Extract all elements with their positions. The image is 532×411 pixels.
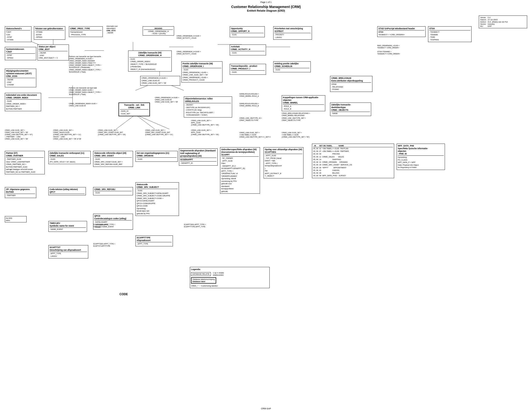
crm-jest-title: Status per objectCRM_JEST	[39, 46, 68, 51]
crmd-orderadm-h-mid-fields: CRMD_ORDERADM_H-GUID = CRMD_LINK-GUID-HI…	[142, 77, 179, 85]
crmd-orderadm-index-note: CRMD_ORDERADM_INDEX-GUID = CRMD_LINK-GUI…	[69, 103, 117, 107]
crmd-opport-fields: - GUID	[231, 34, 264, 36]
crmd-binrel-box: Koppelingen tussen CRM-applicatie-object…	[282, 95, 325, 111]
crmd-brelvonae-box: CRMD_BRELVONAEExtra attributen objectkop…	[330, 76, 372, 92]
scappt-title: Gebruikersspecifieke afspraken (30)(Gecu…	[221, 148, 259, 157]
crmd-opport-h-box: OpportunityCRMD_OPPORT_H - GUID	[230, 26, 265, 37]
crmd-schedlin-title: Indeling positie zakelijkeCRMD_SCHEDLIN	[275, 62, 310, 68]
crmd-link-guid-30-note: CRMD_LINK-GUID_SET = APPL_GUID (CRMD_LIN…	[191, 129, 237, 136]
scpriot-box: Prioriteiten met omschrijvingSCPRIOT - P…	[273, 26, 312, 40]
crm-jsto-note: Informatie over statusobject CRM_JSTO - …	[106, 25, 138, 34]
partners-transactie-note: Partners van transactie van type transac…	[69, 55, 122, 73]
scapttxt-fields: - APPT_TYPE - LANGU	[50, 252, 87, 257]
diagram-container: Versie: Datum: Auteur: Sector: BU: 0.4 2…	[0, 13, 532, 405]
svg-line-12	[135, 115, 169, 129]
crm-jcds-fields: - OBJNR - STAT - CHGNR	[6, 79, 35, 86]
main-title: Customer Relationship Management (CRM)	[0, 5, 532, 9]
timecuev-conn-note: SCAPPTSEG-APPT_TYPE = TIMECUEV-NAME_EVEN…	[93, 223, 135, 228]
crmd-orderadm-h-mid-box: CRMD_ORDERADM_H-GUID = CRMD_LINK-GUID-HI…	[140, 76, 180, 86]
legend-db-relation: DATABASE RELATIE	[191, 272, 211, 276]
legend-crmc-note: CRMC_* → Customizing tabellen	[191, 285, 268, 287]
wff-data-phi0-fields: Opmerking: PH_CLASS WFF_DATA_P = WFF Dat…	[398, 156, 444, 169]
large-table-box: _HI SET DE-TABEL NAME 05, 06 02 <DB-TABE…	[312, 144, 394, 178]
crmd-link-guid-07-note: CRMD_LINK-GUID_SET = CRMD_LINK-GUID_SET …	[5, 129, 50, 140]
qpcd-title: QPCDControlecatalogus codes (uitleg)	[94, 215, 132, 221]
crmd-srv-osset-box: Statuscode referentie-object (29)CRMD_SR…	[93, 151, 133, 167]
crmd-order-index-fields: - GUID CRMD_ORDER_INDEX- PARTNER_NO = BU…	[6, 100, 40, 110]
crmd-srv-refobj-title: CRMD_SRV_REFOBJ	[94, 188, 132, 191]
systeemstatussen-title: SysteemstatussenTJ02T	[6, 48, 35, 54]
statusschemas-box: Statusschemá's TJ30T TJ20 - ISTAT - STSM…	[5, 26, 31, 42]
crmd-link-guid-set-bottom2: CRMD_LINK-GUID_SET = <<DB-TABEL>>-GUID (…	[282, 131, 329, 138]
crmd-link-guid-11-note: CRMD_LINK-GUID_SET = CRMD_SALES-GUID (CR…	[53, 129, 98, 140]
wff-data-phi0-box: WFF_DATA_PH0Specifieke fysische informat…	[397, 144, 445, 170]
page-footer: CRM-SAP	[0, 407, 532, 410]
crmd-link-guid-set-bottom1: CRMD_LINK-GUID_SET = <<DB-TABEL>>-GUID C…	[239, 131, 284, 138]
crmd-orderadm-activity-note2: CRMD_ORDERADM_H-GUID = CRMD_ACTIVITY_I-G…	[177, 51, 221, 55]
sub-title: Entiteit Relatie Diagram (ERD)	[0, 9, 532, 12]
partners-taak-note: Partners van transactie van type taak CR…	[69, 87, 117, 95]
crmc-proc-type-box: CRMC_PROC_TYPE Transactiesoort - PROCESS…	[69, 26, 103, 37]
zie-erd-adres-note: Zie ERD adres	[5, 216, 27, 223]
crmd-partner-box: Partner (07)CRMD_PARTNER - PARTNER_GUID …	[5, 151, 45, 174]
crmd-orgman-fields: - GUID	[137, 158, 177, 161]
scapttxt-box: SCAPTTXTOmschrijving van afspraaksoort -…	[48, 245, 88, 258]
crmd-brelvonae-fields: VONA - RELATIONID - POSNO	[331, 83, 371, 91]
systeemstatussen-box: SysteemstatussenTJ02T - ISTAT - SPRAS	[5, 47, 36, 60]
bu-label: BU:	[480, 25, 486, 27]
bu-val: ERP	[488, 25, 508, 27]
scpriot-fields: - PRIORITY - LANGU	[275, 34, 311, 39]
stxd-fields: STXH TDOBIECT = <CRM_ORDERH>	[379, 31, 424, 36]
crmd-orderadm-h-box: Zakelijke transactie (05)CRMD_ORDERADM_H…	[128, 51, 172, 72]
crmd-srv-refobj-fields: - GUID	[94, 192, 132, 194]
crmd-opport-title: OpportunityCRMD_OPPORT_H	[231, 27, 264, 33]
scappttype-box: SCAPPTTYPEAfspraaksoort - APPT_TYPE	[135, 235, 173, 246]
sector-label: Sector:	[480, 23, 486, 25]
but000-title: ZP: Algemene gegevensBUT000	[6, 188, 35, 194]
crmd-srv-subject-fields: - GUID CRMD_SRV_SUBJECT-KATALOGART CRMD_…	[137, 189, 178, 215]
timecuev-fields: - NAME_EVENT	[50, 228, 86, 231]
scgenappt-title: Gegenereerde afspraken (Standaard SAP re…	[180, 149, 216, 158]
crmd-order-index-title: Indextabel one-order-documentCRMD_ORDER_…	[6, 94, 40, 100]
crmd-orderadm-i-fields: - GUID CRMD_ORDERADM_I-GUID = CRMD_LINK_…	[183, 69, 221, 82]
crm-jcds-title: Wijzigingsdocumenten systeem-statussen (…	[6, 70, 35, 78]
crmd-link-fields: - GUID_HI - GUID_SET	[120, 110, 149, 115]
stxh-box: STXH - TDOBIECT - TDNAME - TDIID - TDSPR…	[428, 26, 472, 42]
crmd-partner-fields: - PARTNER_GUID View: CRMV_LINKPARTNER CR…	[6, 158, 44, 173]
datum-label: Datum:	[480, 19, 486, 21]
qpct-title: Code-teksten (uitleg teksten)QPCT	[50, 188, 85, 194]
timecuev-box: TIMECUEVSymbolic name for event - NAME_E…	[48, 221, 87, 232]
scaptseg-title: Opslag voor afstandige afspraken (30)SCA…	[265, 148, 302, 154]
stxh-fields: - TDOBIECT - TDNAME - TDIID - TDSPRAS	[429, 31, 470, 41]
qpct-box: Code-teksten (uitleg teksten)QPCT	[48, 187, 86, 195]
crmd-srv-subject-title: StatuscodeCRMD_SRV_SUBJECT	[137, 183, 178, 189]
auteur-label: Auteur:	[480, 21, 486, 23]
legend-db-tabel: Database tabelomschrijvingDatabase tabel	[191, 277, 216, 284]
scappttype-fields: - APPT_TYPE	[137, 243, 172, 245]
crm-jest-box: Status per objectCRM_JEST - OBJNR - STAT…	[38, 45, 69, 60]
crmd-srv-refobj-box: CRMD_SRV_REFOBJ - GUID	[93, 187, 133, 195]
crmd-activity-fields: - GUID	[231, 52, 265, 54]
svg-line-10	[116, 115, 135, 129]
timecuev-title: TIMECUEVSymbolic name for event	[50, 222, 86, 228]
ssrelroles-role-b-note: SSRELROLES-ROLEID = CRMD_BINREL-ROLE_B	[239, 103, 278, 107]
stxd-box: STXD SAPscript tekstbestand header STXH …	[377, 26, 426, 37]
crm-jcds-box: Wijzigingsdocumenten systeem-statussen (…	[5, 69, 36, 87]
meta-info-box: Versie: Datum: Auteur: Sector: BU: 0.4 2…	[479, 16, 527, 28]
scpriot-title: Prioriteiten met omschrijvingSCPRIOT	[275, 27, 311, 33]
crmd-orderadm-h-fields: - GUID - CRMD_ORDER_INDEX: OBJECT_TYPE =…	[129, 58, 171, 71]
crmd-link-objtype-set-note: CRMD_LINK_OBJTYPE_SET = CRMC_OBJECTS-TYP…	[282, 117, 329, 121]
crmd-order-index-box: Indextabel one-order-documentCRMD_ORDER_…	[5, 93, 41, 111]
scappt-box: Gebruikersspecifieke afspraken (30)(Gecu…	[220, 147, 260, 194]
crmd-orderadm-i-title: Positie zakelijke transactie (06)CRMD_OR…	[183, 62, 221, 68]
teksten-gebruikerstatus-box: Teksten van gebruikerstatus - STSMA - ES…	[34, 26, 65, 40]
but000-box: ZP: Algemene gegevensBUT000 - PARTNER	[5, 187, 36, 198]
stxh-title: STXH	[429, 27, 470, 30]
scapttxt-conn-note: SCAPPTSEG-APPT_TYPE = SCAPTXT-APPTTYPE	[93, 243, 135, 247]
scappt-fields: - SC_OWNER - APPT_GUID Filter: - GENAPPT…	[221, 157, 259, 193]
crmd-orderadm-activity-note: CRMD_ORDERADM_H-GUID = CRMD_ACTIVITY_I-G…	[177, 35, 221, 39]
zakelijke-verkoopset-title: Zakelijke transactie verkoopset (11)CRMD…	[50, 152, 89, 158]
crmd-srv-osset-fields: - GUID CRMD_SRV_OSSET-GUID_SET = CRMD_SR…	[94, 158, 132, 166]
but000-fields: - PARTNER	[6, 194, 35, 197]
crmd-product-i-title: Transactiepositie - productCRMD_PRODUCT_…	[231, 65, 265, 71]
